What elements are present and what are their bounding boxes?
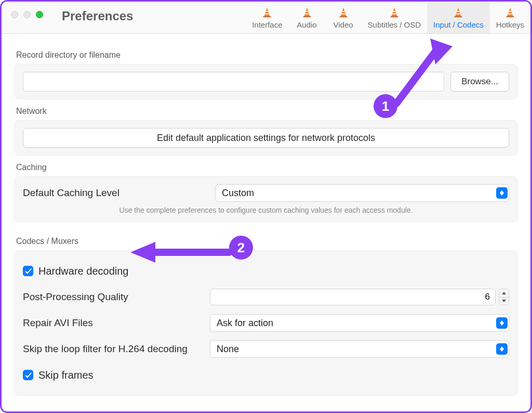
annotation-badge-1: 1 (374, 94, 397, 118)
cone-icon (389, 7, 400, 18)
tab-subtitles[interactable]: Subtitles / OSD (362, 2, 428, 33)
window-controls (2, 2, 43, 18)
svg-rect-14 (393, 11, 396, 12)
svg-rect-15 (392, 14, 396, 15)
chevron-updown-icon (496, 343, 508, 355)
svg-rect-5 (303, 16, 311, 17)
skip-frames-checkbox[interactable]: Skip frames (23, 369, 94, 381)
caching-help-text: Use the complete preferences to configur… (23, 206, 509, 214)
skip-frames-label: Skip frames (38, 369, 94, 381)
codecs-panel: Hardware decoding Post-Processing Qualit… (14, 250, 518, 396)
tab-interface[interactable]: Interface (246, 2, 288, 33)
svg-rect-17 (455, 16, 462, 17)
annotation-badge-2: 2 (229, 236, 253, 260)
ppq-stepper[interactable] (499, 289, 509, 305)
titlebar: Preferences Interface Audio Video Subtit… (2, 2, 530, 34)
tab-input-codecs[interactable]: Input / Codecs (427, 2, 490, 33)
tab-label: Subtitles / OSD (368, 20, 421, 29)
close-window-icon[interactable] (11, 11, 18, 18)
content: Record directory or filename Browse... N… (2, 34, 530, 396)
svg-rect-9 (339, 16, 347, 17)
tab-label: Input / Codecs (433, 20, 484, 29)
hardware-decoding-label: Hardware decoding (38, 265, 128, 277)
caching-level-label: Default Caching Level (23, 187, 205, 199)
cone-icon (301, 7, 313, 18)
skiploop-select[interactable]: None (210, 340, 509, 358)
minimize-window-icon[interactable] (23, 11, 31, 18)
svg-rect-1 (263, 16, 271, 17)
chevron-updown-icon (496, 317, 508, 329)
caching-panel: Default Caching Level Custom Use the com… (14, 176, 518, 222)
svg-rect-10 (342, 11, 345, 12)
ppq-input[interactable] (210, 289, 496, 305)
svg-marker-29 (500, 323, 504, 326)
svg-marker-31 (500, 349, 504, 352)
svg-marker-25 (500, 193, 504, 196)
chevron-up-icon[interactable] (499, 289, 509, 298)
cone-icon (453, 7, 464, 18)
repair-avi-select[interactable]: Ask for action (210, 314, 509, 332)
record-panel: Browse... (14, 64, 518, 99)
network-section-label: Network (16, 107, 518, 116)
chevron-down-icon[interactable] (499, 298, 509, 305)
browse-button[interactable]: Browse... (450, 72, 509, 92)
preferences-tabs: Interface Audio Video Subtitles / OSD In… (246, 2, 530, 33)
zoom-window-icon[interactable] (36, 11, 43, 18)
svg-rect-19 (457, 14, 460, 15)
checked-icon (23, 370, 33, 380)
svg-rect-11 (341, 14, 345, 15)
caching-level-value: Custom (222, 188, 254, 199)
svg-rect-18 (457, 11, 460, 12)
repair-avi-label: Repair AVI Files (23, 317, 210, 329)
caching-section-label: Caching (16, 163, 518, 172)
svg-rect-22 (509, 11, 512, 12)
hardware-decoding-checkbox[interactable]: Hardware decoding (23, 265, 128, 277)
cone-icon (338, 7, 349, 18)
skiploop-value: None (217, 344, 239, 355)
checked-icon (23, 266, 33, 276)
cone-icon (504, 7, 516, 18)
svg-rect-13 (390, 16, 398, 17)
edit-network-button[interactable]: Edit default application settings for ne… (23, 128, 509, 148)
tab-video[interactable]: Video (325, 2, 362, 33)
svg-rect-6 (305, 11, 309, 12)
tab-label: Audio (297, 20, 316, 29)
svg-marker-26 (502, 292, 506, 294)
ppq-label: Post-Processing Quality (23, 291, 210, 303)
repair-avi-value: Ask for action (217, 318, 273, 329)
chevron-updown-icon (496, 187, 508, 199)
record-path-input[interactable] (23, 72, 444, 92)
record-section-label: Record directory or filename (16, 50, 518, 60)
codecs-section-label: Codecs / Muxers (16, 237, 518, 246)
tab-audio[interactable]: Audio (289, 2, 325, 33)
svg-rect-23 (508, 14, 512, 15)
window-title: Preferences (43, 2, 133, 23)
svg-marker-27 (502, 300, 506, 302)
tab-label: Hotkeys (496, 20, 524, 29)
tab-label: Interface (252, 20, 282, 29)
caching-level-select[interactable]: Custom (215, 184, 509, 202)
skiploop-label: Skip the loop filter for H.264 decoding (23, 343, 210, 355)
svg-rect-7 (305, 14, 309, 15)
cone-icon (261, 7, 273, 18)
tab-hotkeys[interactable]: Hotkeys (490, 2, 530, 33)
svg-rect-2 (266, 11, 269, 12)
svg-rect-21 (507, 16, 514, 17)
svg-rect-3 (265, 14, 269, 15)
tab-label: Video (333, 20, 353, 29)
network-panel: Edit default application settings for ne… (14, 120, 518, 156)
